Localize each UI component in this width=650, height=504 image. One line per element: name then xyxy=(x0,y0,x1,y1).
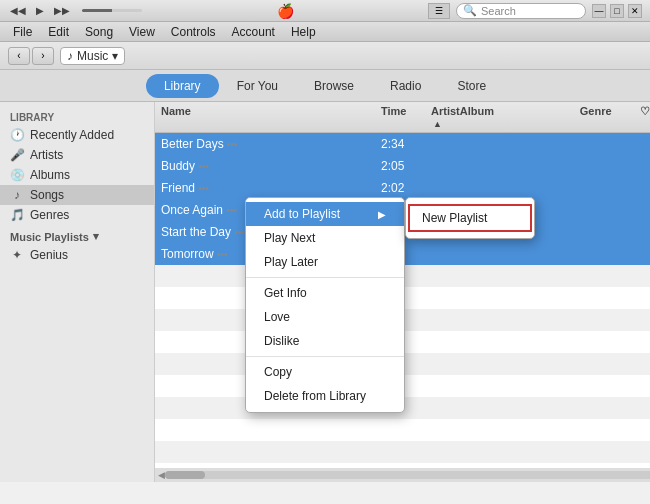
table-row[interactable] xyxy=(155,441,650,463)
horizontal-scrollbar[interactable]: ◀ ▶ xyxy=(155,468,650,482)
ctx-copy-label: Copy xyxy=(264,365,292,379)
tab-store[interactable]: Store xyxy=(439,74,504,98)
sidebar: Library 🕐 Recently Added 🎤 Artists 💿 Alb… xyxy=(0,102,155,482)
music-icon: ♪ xyxy=(67,49,73,63)
menu-controls[interactable]: Controls xyxy=(164,24,223,40)
songs-icon: ♪ xyxy=(10,188,24,202)
sidebar-item-songs[interactable]: ♪ Songs xyxy=(0,185,154,205)
table-row[interactable] xyxy=(155,419,650,441)
ctx-love[interactable]: Love xyxy=(246,305,404,329)
main-area: Library 🕐 Recently Added 🎤 Artists 💿 Alb… xyxy=(0,102,650,482)
row-name: Friend ••• xyxy=(161,181,381,195)
sidebar-label-recently-added: Recently Added xyxy=(30,128,114,142)
transport-controls: ◀◀ ▶ ▶▶ xyxy=(8,5,142,16)
menu-file[interactable]: File xyxy=(6,24,39,40)
playlists-chevron: ▾ xyxy=(93,230,99,243)
row-name: Better Days ••• xyxy=(161,137,381,151)
tab-library[interactable]: Library xyxy=(146,74,219,98)
table-row[interactable]: Better Days ••• 2:34 xyxy=(155,133,650,155)
recently-added-icon: 🕐 xyxy=(10,128,24,142)
play-button[interactable]: ▶ xyxy=(34,5,46,16)
content-area: Name Time Artist ▲ Album Genre ♡ Better … xyxy=(155,102,650,482)
location-label: Music xyxy=(77,49,108,63)
back-button[interactable]: ‹ xyxy=(8,47,30,65)
context-menu-container: Add to Playlist ▶ Play Next Play Later G… xyxy=(245,197,535,413)
ctx-dislike[interactable]: Dislike xyxy=(246,329,404,353)
genres-icon: 🎵 xyxy=(10,208,24,222)
sidebar-label-genius: Genius xyxy=(30,248,68,262)
row-name: Buddy ••• xyxy=(161,159,381,173)
next-button[interactable]: ▶▶ xyxy=(52,5,72,16)
forward-button[interactable]: › xyxy=(32,47,54,65)
list-view-button[interactable]: ☰ xyxy=(428,3,450,19)
submenu: New Playlist xyxy=(405,197,535,239)
context-menu: Add to Playlist ▶ Play Next Play Later G… xyxy=(245,197,405,413)
ctx-play-later-label: Play Later xyxy=(264,255,318,269)
ctx-add-to-playlist-label: Add to Playlist xyxy=(264,207,340,221)
sidebar-item-genius[interactable]: ✦ Genius xyxy=(0,245,154,265)
header-name: Name xyxy=(161,105,381,129)
ctx-get-info[interactable]: Get Info xyxy=(246,281,404,305)
title-bar: ◀◀ ▶ ▶▶ 🍎 ☰ 🔍 Search — □ ✕ xyxy=(0,0,650,22)
ctx-love-label: Love xyxy=(264,310,290,324)
header-album: Album xyxy=(460,105,580,129)
ctx-play-next-label: Play Next xyxy=(264,231,315,245)
sidebar-label-genres: Genres xyxy=(30,208,69,222)
close-button[interactable]: ✕ xyxy=(628,4,642,18)
scrollbar-thumb[interactable] xyxy=(165,471,205,479)
tab-browse[interactable]: Browse xyxy=(296,74,372,98)
prev-button[interactable]: ◀◀ xyxy=(8,5,28,16)
header-time: Time xyxy=(381,105,431,129)
playlists-label: Music Playlists xyxy=(10,231,89,243)
artists-icon: 🎤 xyxy=(10,148,24,162)
title-bar-right: ☰ 🔍 Search — □ ✕ xyxy=(428,3,642,19)
tabs-bar: Library For You Browse Radio Store xyxy=(0,70,650,102)
search-icon: 🔍 xyxy=(463,4,477,17)
nav-arrows: ‹ › xyxy=(8,47,54,65)
volume-slider[interactable] xyxy=(82,9,142,12)
menu-song[interactable]: Song xyxy=(78,24,120,40)
location-dropdown-icon: ▾ xyxy=(112,49,118,63)
albums-icon: 💿 xyxy=(10,168,24,182)
tab-radio[interactable]: Radio xyxy=(372,74,439,98)
window-controls: — □ ✕ xyxy=(592,4,642,18)
menu-account[interactable]: Account xyxy=(225,24,282,40)
table-header: Name Time Artist ▲ Album Genre ♡ xyxy=(155,102,650,133)
table-row[interactable]: Buddy ••• 2:05 xyxy=(155,155,650,177)
menu-help[interactable]: Help xyxy=(284,24,323,40)
sidebar-item-albums[interactable]: 💿 Albums xyxy=(0,165,154,185)
search-box[interactable]: 🔍 Search xyxy=(456,3,586,19)
ctx-copy[interactable]: Copy xyxy=(246,360,404,384)
menu-bar: File Edit Song View Controls Account Hel… xyxy=(0,22,650,42)
ctx-delete[interactable]: Delete from Library xyxy=(246,384,404,408)
header-heart: ♡ xyxy=(640,105,650,129)
scrollbar-track xyxy=(165,471,650,479)
row-time: 2:34 xyxy=(381,137,431,151)
header-artist: Artist ▲ xyxy=(431,105,460,129)
row-time: 2:02 xyxy=(381,181,431,195)
maximize-button[interactable]: □ xyxy=(610,4,624,18)
location-bar[interactable]: ♪ Music ▾ xyxy=(60,47,125,65)
sidebar-item-recently-added[interactable]: 🕐 Recently Added xyxy=(0,125,154,145)
table-row[interactable]: Friend ••• 2:02 xyxy=(155,177,650,199)
menu-edit[interactable]: Edit xyxy=(41,24,76,40)
minimize-button[interactable]: — xyxy=(592,4,606,18)
sidebar-label-songs: Songs xyxy=(30,188,64,202)
scroll-left-icon[interactable]: ◀ xyxy=(158,470,165,480)
apple-logo: 🍎 xyxy=(277,3,294,19)
genius-icon: ✦ xyxy=(10,248,24,262)
submenu-new-playlist[interactable]: New Playlist xyxy=(408,204,532,232)
ctx-play-later[interactable]: Play Later xyxy=(246,250,404,274)
tab-for-you[interactable]: For You xyxy=(219,74,296,98)
sidebar-item-genres[interactable]: 🎵 Genres xyxy=(0,205,154,225)
sidebar-item-artists[interactable]: 🎤 Artists xyxy=(0,145,154,165)
ctx-dislike-label: Dislike xyxy=(264,334,299,348)
submenu-arrow: ▶ xyxy=(378,209,386,220)
row-time: 2:05 xyxy=(381,159,431,173)
menu-view[interactable]: View xyxy=(122,24,162,40)
ctx-add-to-playlist[interactable]: Add to Playlist ▶ xyxy=(246,202,404,226)
nav-bar: ‹ › ♪ Music ▾ xyxy=(0,42,650,70)
playlists-section-title: Music Playlists ▾ xyxy=(0,225,154,245)
ctx-play-next[interactable]: Play Next xyxy=(246,226,404,250)
ctx-separator-1 xyxy=(246,277,404,278)
